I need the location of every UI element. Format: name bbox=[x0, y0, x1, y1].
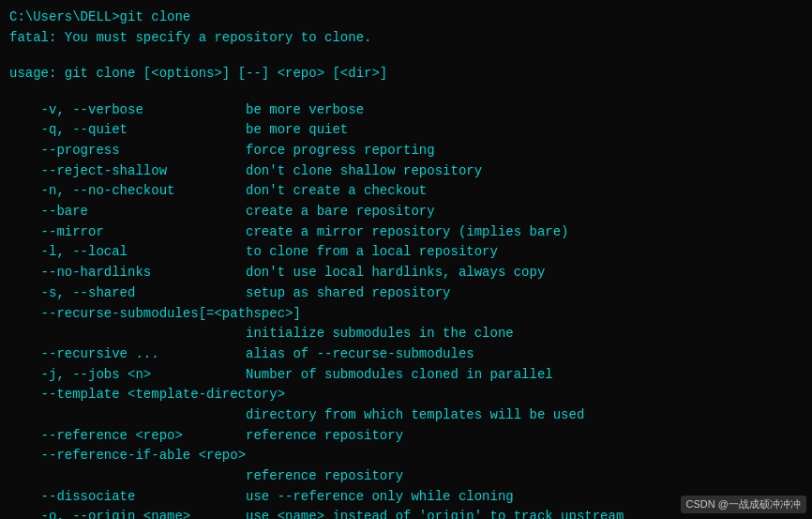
terminal-line: --mirror create a mirror repository (imp… bbox=[9, 222, 803, 243]
terminal-line: reference repository bbox=[9, 466, 803, 487]
terminal-output: C:\Users\DELL>git clonefatal: You must s… bbox=[9, 8, 803, 519]
terminal-line: -n, --no-checkout don't create a checkou… bbox=[9, 181, 803, 202]
terminal-line: -j, --jobs <n> Number of submodules clon… bbox=[9, 365, 803, 386]
terminal-line: -l, --local to clone from a local reposi… bbox=[9, 242, 803, 263]
terminal-line: --reject-shallow don't clone shallow rep… bbox=[9, 161, 803, 182]
terminal-line: -q, --quiet be more quiet bbox=[9, 120, 803, 141]
terminal-line: -s, --shared setup as shared repository bbox=[9, 283, 803, 304]
terminal-window: C:\Users\DELL>git clonefatal: You must s… bbox=[0, 0, 812, 519]
terminal-line: --progress force progress reporting bbox=[9, 141, 803, 161]
terminal-line: --no-hardlinks don't use local hardlinks… bbox=[9, 263, 803, 283]
terminal-line bbox=[9, 48, 803, 64]
terminal-line bbox=[9, 84, 803, 100]
terminal-line: initialize submodules in the clone bbox=[9, 324, 803, 344]
terminal-line: --recurse-submodules[=<pathspec>] bbox=[9, 304, 803, 325]
terminal-line: --reference-if-able <repo> bbox=[9, 446, 803, 466]
terminal-line: directory from which templates will be u… bbox=[9, 405, 803, 426]
terminal-line: --template <template-directory> bbox=[9, 385, 803, 405]
terminal-line: --recursive ... alias of --recurse-submo… bbox=[9, 344, 803, 365]
terminal-line: --bare create a bare repository bbox=[9, 202, 803, 222]
terminal-line: --reference <repo> reference repository bbox=[9, 426, 803, 447]
terminal-line: C:\Users\DELL>git clone bbox=[9, 8, 803, 28]
terminal-line: -v, --verbose be more verbose bbox=[9, 100, 803, 121]
terminal-line: usage: git clone [<options>] [--] <repo>… bbox=[9, 64, 803, 84]
terminal-line: fatal: You must specify a repository to … bbox=[9, 28, 803, 49]
watermark: CSDN @一战成硕冲冲冲 bbox=[681, 496, 806, 513]
